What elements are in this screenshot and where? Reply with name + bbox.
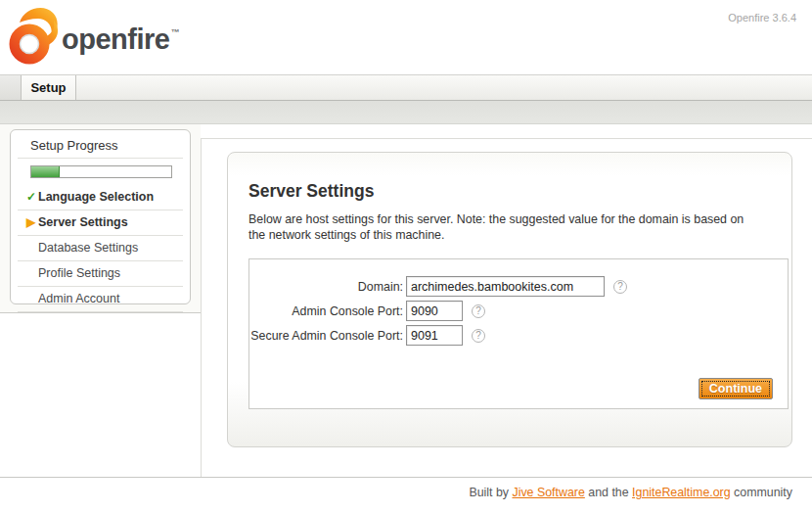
sidebar-step-admin-account: Admin Account [18, 287, 183, 312]
brand-wordmark: openfire™ [62, 23, 179, 56]
tab-setup[interactable]: Setup [22, 75, 76, 100]
trademark: ™ [170, 27, 179, 37]
form-row-secure-port: Secure Admin Console Port: ? [249, 325, 788, 346]
footer-text-suffix: community [731, 486, 792, 499]
admin-port-help-icon[interactable]: ? [472, 304, 485, 318]
admin-port-input[interactable] [406, 301, 463, 321]
footer: Built by Jive Software and the IgniteRea… [0, 477, 812, 513]
admin-port-label: Admin Console Port: [249, 304, 406, 318]
secure-port-help-icon[interactable]: ? [472, 329, 485, 343]
setup-progress-bar [30, 165, 172, 178]
page-title: Server Settings [248, 181, 791, 202]
tab-bar-spacer [0, 75, 22, 100]
page-description: Below are host settings for this server.… [248, 212, 745, 243]
setup-progress-title: Setup Progress [18, 137, 183, 158]
sidebar-step-profile-settings: Profile Settings [18, 261, 183, 287]
sub-nav-bar [0, 100, 812, 124]
header: openfire™ Openfire 3.6.4 [0, 0, 812, 74]
arrow-right-icon: ▶ [26, 215, 38, 229]
server-settings-form: Domain: ? Admin Console Port: ? Secure A… [248, 258, 789, 409]
sidebar-step-label: Server Settings [38, 215, 128, 229]
check-icon: ✓ [26, 190, 38, 204]
sidebar-step-database-settings: Database Settings [18, 236, 183, 261]
sidebar-step-label: Database Settings [38, 241, 138, 255]
footer-text-middle: and the [585, 486, 632, 499]
divider [18, 158, 183, 159]
sidebar-step-label: Profile Settings [38, 266, 120, 280]
openfire-flame-logo-icon [8, 5, 61, 66]
setup-progress-sidebar: Setup Progress ✓ Language Selection ▶ Se… [10, 129, 191, 304]
continue-button[interactable]: Continue [699, 378, 773, 399]
jive-software-link[interactable]: Jive Software [512, 486, 584, 499]
igniterealtime-link[interactable]: IgniteRealtime.org [632, 486, 731, 499]
version-label: Openfire 3.6.4 [728, 12, 796, 23]
progress-fill [31, 166, 60, 177]
form-row-admin-port: Admin Console Port: ? [249, 301, 788, 321]
secure-port-label: Secure Admin Console Port: [249, 329, 406, 343]
sidebar-step-language-selection: ✓ Language Selection [18, 185, 183, 210]
secure-port-input[interactable] [406, 325, 463, 346]
server-settings-panel: Server Settings Below are host settings … [227, 152, 792, 447]
sidebar-step-label: Language Selection [38, 190, 154, 204]
sidebar-step-server-settings: ▶ Server Settings [18, 210, 183, 236]
form-row-domain: Domain: ? [249, 276, 788, 297]
domain-help-icon[interactable]: ? [613, 280, 627, 294]
footer-text-prefix: Built by [469, 486, 512, 499]
domain-label: Domain: [249, 280, 406, 294]
sidebar-step-label: Admin Account [38, 292, 119, 305]
openfire-setup-page: openfire™ Openfire 3.6.4 Setup Setup Pro… [0, 0, 812, 513]
domain-input[interactable] [406, 276, 605, 297]
tab-bar: Setup [0, 74, 812, 100]
